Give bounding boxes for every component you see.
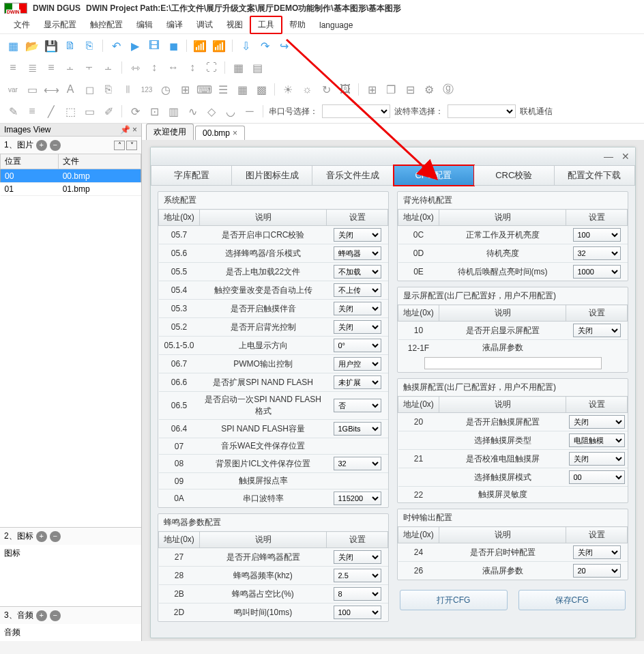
play-icon[interactable]: ▶ [128, 38, 143, 53]
draw1-icon[interactable]: ✎ [5, 104, 20, 119]
value-select[interactable]: 否 [334, 399, 381, 412]
download-icon[interactable]: ⇩ [238, 38, 253, 53]
grid2-icon[interactable]: ▤ [250, 60, 265, 75]
value-select[interactable]: 32 [573, 246, 621, 260]
tab-music-gen[interactable]: 音乐文件生成 [312, 165, 393, 186]
copy-icon[interactable]: ⎘ [101, 82, 116, 97]
add-icon-icon[interactable]: + [36, 531, 47, 542]
menu-tools[interactable]: 工具 [250, 16, 282, 34]
undo-icon[interactable]: ↶ [108, 38, 123, 53]
label-icon[interactable]: ▭ [25, 82, 40, 97]
anim-icon[interactable]: ⊞ [177, 82, 192, 97]
draw5-icon[interactable]: ▭ [82, 104, 97, 119]
value-select[interactable]: 关闭 [334, 228, 381, 242]
exit-icon[interactable]: ↪ [276, 38, 291, 53]
rect-icon[interactable]: ◻ [82, 82, 97, 97]
tab-00bmp[interactable]: 00.bmp× [195, 126, 245, 140]
menu-compile[interactable]: 编译 [160, 17, 190, 33]
list-icon[interactable]: ☰ [216, 82, 231, 97]
saveall-icon[interactable]: 🗎 [63, 38, 78, 53]
add-image-icon[interactable]: + [36, 140, 47, 151]
baud-select[interactable] [448, 104, 516, 118]
tab-crc[interactable]: CRC校验 [474, 165, 555, 186]
value-select[interactable]: 关闭 [573, 324, 621, 337]
tab-cfg-download[interactable]: 配置文件下载 [555, 165, 635, 186]
keyboard-icon[interactable]: ⌨ [196, 82, 211, 97]
serial-select[interactable] [322, 104, 390, 118]
align-top-icon[interactable]: ⫠ [63, 60, 78, 75]
shape-icon[interactable]: ◇ [204, 104, 219, 119]
value-select[interactable]: 20 [573, 564, 621, 578]
value-select[interactable]: 00 [569, 470, 625, 484]
draw6-icon[interactable]: ✐ [101, 104, 116, 119]
align-center-icon[interactable]: ≣ [25, 60, 40, 75]
open-cfg-button[interactable]: 打开CFG [400, 590, 508, 610]
value-select[interactable]: 1000 [573, 265, 621, 279]
wifi2-icon[interactable]: 📶 [211, 38, 226, 53]
arc-icon[interactable]: ◡ [223, 104, 238, 119]
table-row[interactable]: 0000.bmp [1, 169, 141, 183]
menu-debug[interactable]: 调试 [190, 17, 220, 33]
win-icon[interactable]: ⊞ [364, 82, 379, 97]
qr-icon[interactable]: ▩ [254, 82, 269, 97]
tab-image-gen[interactable]: 图片图标生成 [232, 165, 312, 186]
save-icon[interactable]: 💾 [44, 38, 59, 53]
barcode-icon[interactable]: ⦀ [120, 82, 135, 97]
curve-icon[interactable]: ∿ [185, 104, 200, 119]
draw4-icon[interactable]: ⬚ [63, 104, 78, 119]
value-select[interactable]: 用户控 [334, 357, 381, 371]
tab-welcome[interactable]: 欢迎使用 [146, 124, 194, 140]
value-select[interactable]: 100 [334, 606, 381, 619]
export-icon[interactable]: ↷ [257, 38, 272, 53]
menu-edit[interactable]: 编辑 [130, 17, 160, 33]
adjust-icon[interactable]: ⚙ [422, 82, 437, 97]
draw2-icon[interactable]: ≡ [25, 104, 40, 119]
grid-icon[interactable]: ▦ [231, 60, 246, 75]
lcd-params-input[interactable] [424, 357, 602, 369]
value-select[interactable]: 关闭 [334, 550, 381, 564]
gtt-icon[interactable]: ⓖ [441, 82, 456, 97]
value-select[interactable]: 不上传 [334, 283, 381, 297]
open-icon[interactable]: 📂 [25, 38, 40, 53]
value-select[interactable]: 32 [334, 457, 381, 470]
sun-icon[interactable]: ☀ [280, 82, 295, 97]
menu-display[interactable]: 显示配置 [37, 17, 83, 33]
value-select[interactable]: 电阻触模 [569, 433, 625, 447]
menu-touch[interactable]: 触控配置 [83, 17, 130, 33]
tab-cfg[interactable]: CFG配置 [394, 165, 474, 186]
value-select[interactable]: 100 [573, 228, 621, 242]
rot-icon[interactable]: ⟳ [128, 104, 143, 119]
slider-icon[interactable]: ⟷ [44, 82, 59, 97]
draw3-icon[interactable]: ╱ [44, 104, 59, 119]
var-icon[interactable]: var [5, 82, 20, 97]
remove-audio-icon[interactable]: − [50, 610, 61, 621]
value-select[interactable]: 8 [334, 587, 381, 601]
stop-icon[interactable]: ◼ [166, 38, 181, 53]
film-icon[interactable]: 🎞 [147, 38, 162, 53]
move-up-icon[interactable]: ˄ [114, 141, 125, 150]
tab-font[interactable]: 字库配置 [151, 165, 232, 186]
value-select[interactable]: 0° [334, 339, 381, 352]
wifi-icon[interactable]: 📶 [192, 38, 207, 53]
menu-view[interactable]: 视图 [220, 17, 250, 33]
dist-v-icon[interactable]: ↕ [147, 60, 162, 75]
value-select[interactable]: 关闭 [569, 452, 625, 466]
bit-icon[interactable]: ⊡ [147, 104, 162, 119]
layer-icon[interactable]: ❐ [383, 82, 398, 97]
value-select[interactable]: 关闭 [569, 415, 625, 429]
value-select[interactable]: 2.5 [334, 569, 381, 582]
align-bot-icon[interactable]: ⫠ [101, 60, 116, 75]
table-icon[interactable]: ▦ [235, 82, 250, 97]
bright-icon[interactable]: ☼ [299, 82, 314, 97]
dist-h-icon[interactable]: ⇿ [128, 60, 143, 75]
height-icon[interactable]: ↕ [185, 60, 200, 75]
value-select[interactable]: 关闭 [334, 302, 381, 315]
new-icon[interactable]: ▦ [5, 38, 20, 53]
line-icon[interactable]: ─ [242, 104, 257, 119]
add-audio-icon[interactable]: + [36, 610, 47, 621]
remove-image-icon[interactable]: − [50, 140, 61, 151]
value-select[interactable]: 未扩展 [334, 375, 381, 389]
menu-language[interactable]: language [312, 18, 360, 32]
remove-icon-icon[interactable]: − [50, 531, 61, 542]
align-mid-icon[interactable]: ⫟ [82, 60, 97, 75]
